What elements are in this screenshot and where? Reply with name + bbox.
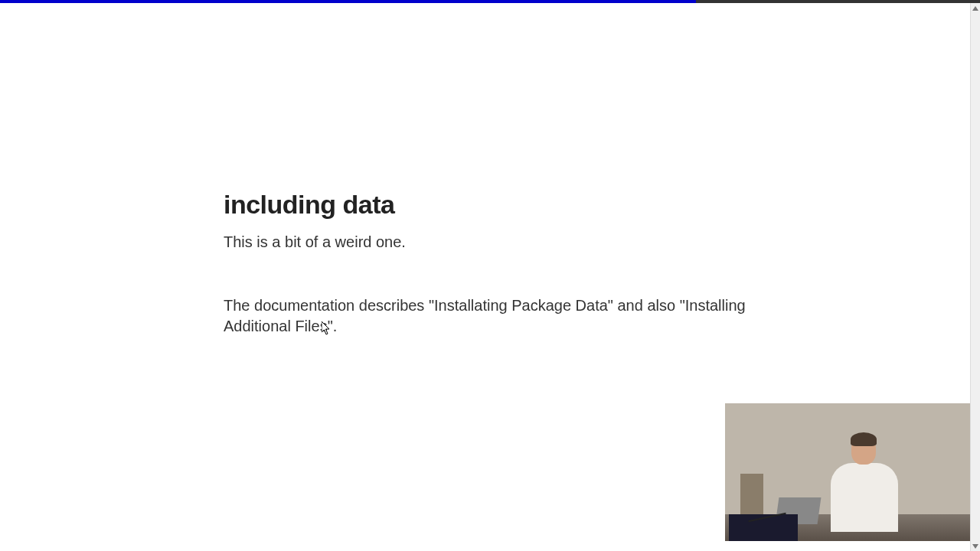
video-speaker-body <box>831 463 898 532</box>
slide-paragraph-1: This is a bit of a weird one. <box>224 233 790 251</box>
progress-bar <box>0 0 696 3</box>
slide-paragraph-2: The documentation describes "Installatin… <box>224 295 790 337</box>
video-speaker-hair <box>851 432 877 446</box>
scrollbar[interactable] <box>970 3 980 551</box>
slide-content: including data This is a bit of a weird … <box>224 190 790 337</box>
video-wall-panel <box>740 474 763 520</box>
speaker-video-thumbnail[interactable] <box>725 403 970 541</box>
scrollbar-up-button[interactable] <box>971 3 980 13</box>
slide-heading: including data <box>224 190 790 220</box>
scrollbar-down-button[interactable] <box>971 541 980 551</box>
progress-track <box>0 0 980 3</box>
